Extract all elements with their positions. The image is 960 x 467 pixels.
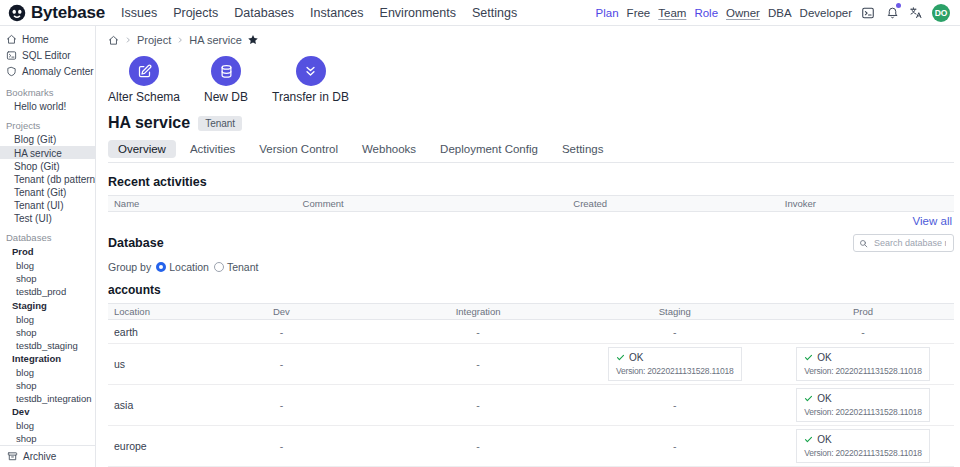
tab-webhooks[interactable]: Webhooks — [352, 140, 426, 158]
sidebar-db-item[interactable]: testdb_staging — [0, 338, 95, 351]
top-nav-right: Plan Free Team Role Owner DBA Developer … — [596, 4, 950, 22]
sidebar-db-item[interactable]: testdb_prod — [0, 285, 95, 298]
table-row-asia[interactable]: asia - - - OK Version: 20220211131528.11… — [108, 385, 954, 426]
home-icon — [6, 34, 17, 45]
prod-cell: OK Version: 20220211131528.11018 — [772, 347, 954, 381]
transfer-in-db-button[interactable]: Transfer in DB — [272, 56, 349, 104]
nav-settings[interactable]: Settings — [472, 6, 517, 20]
database-icon — [211, 56, 241, 86]
alter-schema-button[interactable]: Alter Schema — [108, 56, 180, 104]
nav-environments[interactable]: Environments — [380, 6, 456, 20]
role-owner-link[interactable]: Owner — [726, 7, 760, 19]
integration-cell: - — [379, 440, 578, 452]
nav-instances[interactable]: Instances — [310, 6, 364, 20]
sidebar-db-item[interactable]: shop — [0, 379, 95, 392]
sidebar-db-item[interactable]: shop — [0, 432, 95, 445]
sidebar-db-item[interactable]: blog — [0, 259, 95, 272]
tab-overview[interactable]: Overview — [108, 140, 176, 158]
sidebar-item-archive[interactable]: Archive — [0, 445, 95, 467]
brand[interactable]: Bytebase — [8, 3, 105, 23]
terminal-icon[interactable] — [860, 5, 876, 21]
radio-selected-icon — [156, 262, 166, 272]
staging-cell: OK Version: 20220211131528.11018 — [578, 347, 773, 381]
sidebar-db-item[interactable]: shop — [0, 325, 95, 338]
sidebar-db-item[interactable]: blog — [0, 419, 95, 432]
app-root: Bytebase Issues Projects Databases Insta… — [0, 0, 960, 467]
avatar[interactable]: DO — [932, 4, 950, 22]
sidebar-db-item[interactable]: testdb_integration — [0, 392, 95, 405]
top-navbar: Bytebase Issues Projects Databases Insta… — [0, 0, 960, 26]
sidebar-db-item[interactable]: blog — [0, 365, 95, 378]
quick-actions: Alter Schema New DB Transfer in DB — [108, 56, 954, 104]
sidebar-db-item[interactable]: shop — [0, 272, 95, 285]
plan-upgrade-link[interactable]: Team — [658, 7, 686, 19]
sidebar-item-sql-editor[interactable]: SQL Editor — [0, 48, 95, 64]
breadcrumb-project[interactable]: Project — [137, 34, 171, 46]
sidebar-project-tenant-git[interactable]: Tenant (Git) — [0, 185, 95, 198]
db-status-badge[interactable]: OK Version: 20220211131528.11018 — [796, 347, 930, 381]
table-row-europe[interactable]: europe - - - OK Version: 20220211131528.… — [108, 426, 954, 467]
sidebar-project-tenant-ui[interactable]: Tenant (UI) — [0, 199, 95, 212]
nav-projects[interactable]: Projects — [173, 6, 218, 20]
sidebar-item-anomaly-center[interactable]: Anomaly Center — [0, 64, 95, 80]
group-by-label: Group by — [108, 261, 151, 273]
sidebar-project-shop-git[interactable]: Shop (Git) — [0, 159, 95, 172]
sidebar-item-label: Anomaly Center — [22, 66, 94, 77]
radio-unselected-icon — [214, 262, 224, 272]
db-group-prod: Prod — [0, 245, 95, 259]
status-ok-label: OK — [629, 352, 643, 363]
tab-version-control[interactable]: Version Control — [249, 140, 348, 158]
db-status-badge[interactable]: OK Version: 20220211131528.11018 — [796, 388, 930, 422]
tab-settings[interactable]: Settings — [552, 140, 614, 158]
table-row-us[interactable]: us - - OK Version: 20220211131528.11018 — [108, 344, 954, 385]
bell-icon[interactable] — [884, 5, 900, 21]
dev-cell: - — [184, 326, 379, 338]
view-all-row: View all — [108, 212, 954, 227]
new-db-button[interactable]: New DB — [204, 56, 248, 104]
column-header-created: Created — [573, 198, 785, 209]
sidebar-project-blog-git[interactable]: Blog (Git) — [0, 133, 95, 146]
check-icon — [804, 435, 813, 444]
db-version: Version: 20220211131528.11018 — [804, 407, 922, 417]
breadcrumb-home-icon[interactable] — [108, 35, 119, 46]
column-header-invoker: Invoker — [785, 198, 954, 209]
role-label: Role — [694, 7, 718, 19]
sidebar-project-test-ui[interactable]: Test (UI) — [0, 212, 95, 225]
database-search[interactable] — [853, 234, 954, 252]
sidebar-item-home[interactable]: Home — [0, 32, 95, 48]
nav-issues[interactable]: Issues — [121, 6, 157, 20]
group-by-row: Group by Location Tenant — [108, 261, 954, 273]
column-header-prod: Prod — [772, 306, 954, 317]
bookmark-star-icon[interactable] — [247, 34, 259, 46]
nav-databases[interactable]: Databases — [234, 6, 294, 20]
integration-cell: - — [379, 326, 578, 338]
status-ok-label: OK — [817, 393, 831, 404]
archive-icon — [7, 451, 18, 462]
integration-cell: - — [379, 399, 578, 411]
sidebar-project-ha-service[interactable]: HA service — [0, 146, 95, 159]
quick-action-label: Transfer in DB — [272, 90, 349, 104]
bookmark-item[interactable]: Hello world! — [0, 100, 95, 113]
translate-icon[interactable] — [908, 5, 924, 21]
tab-deployment-config[interactable]: Deployment Config — [430, 140, 548, 158]
sidebar-project-tenant-db-pattern[interactable]: Tenant (db pattern) — [0, 172, 95, 185]
db-status-badge[interactable]: OK Version: 20220211131528.11018 — [608, 347, 742, 381]
db-status-badge[interactable]: OK Version: 20220211131528.11018 — [796, 429, 930, 463]
tab-activities[interactable]: Activities — [180, 140, 245, 158]
db-group-staging: Staging — [0, 298, 95, 312]
double-chevron-down-icon — [296, 56, 326, 86]
view-all-link[interactable]: View all — [913, 215, 952, 227]
table-row-earth[interactable]: earth - - - - — [108, 320, 954, 344]
search-input[interactable] — [872, 237, 948, 249]
group-by-location-radio[interactable]: Location — [156, 261, 209, 273]
projects-section-title: Projects — [0, 113, 95, 133]
check-icon — [804, 394, 813, 403]
sidebar-db-item[interactable]: blog — [0, 312, 95, 325]
sidebar: Home SQL Editor Anomaly Center Bookmarks… — [0, 26, 96, 467]
dev-cell: - — [184, 358, 379, 370]
database-section-header: Database — [108, 234, 954, 252]
staging-cell: - — [578, 440, 773, 452]
group-by-tenant-radio[interactable]: Tenant — [214, 261, 259, 273]
project-tabs: Overview Activities Version Control Webh… — [108, 140, 954, 163]
column-header-name: Name — [108, 198, 303, 209]
